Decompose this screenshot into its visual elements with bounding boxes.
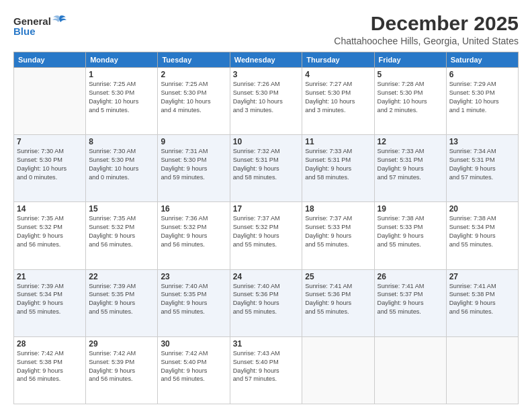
calendar-cell: 19Sunrise: 7:38 AM Sunset: 5:33 PM Dayli… [374, 202, 446, 269]
day-number: 24 [233, 272, 300, 281]
logo-blue-text: Blue [13, 26, 36, 37]
weekday-header-monday: Monday [86, 52, 158, 68]
day-info: Sunrise: 7:37 AM Sunset: 5:33 PM Dayligh… [305, 214, 371, 249]
week-row-1: 1Sunrise: 7:25 AM Sunset: 5:30 PM Daylig… [14, 68, 519, 135]
day-info: Sunrise: 7:37 AM Sunset: 5:32 PM Dayligh… [233, 214, 300, 249]
calendar-cell: 15Sunrise: 7:35 AM Sunset: 5:32 PM Dayli… [86, 202, 158, 269]
calendar-cell: 12Sunrise: 7:33 AM Sunset: 5:31 PM Dayli… [374, 135, 446, 202]
day-info: Sunrise: 7:39 AM Sunset: 5:35 PM Dayligh… [89, 282, 154, 317]
day-info: Sunrise: 7:38 AM Sunset: 5:34 PM Dayligh… [449, 214, 515, 249]
day-info: Sunrise: 7:40 AM Sunset: 5:35 PM Dayligh… [161, 282, 226, 317]
day-info: Sunrise: 7:42 AM Sunset: 5:38 PM Dayligh… [17, 349, 83, 384]
weekday-header-friday: Friday [374, 52, 446, 68]
calendar-cell: 3Sunrise: 7:26 AM Sunset: 5:30 PM Daylig… [230, 68, 302, 135]
day-number: 5 [378, 70, 443, 79]
calendar-cell: 28Sunrise: 7:42 AM Sunset: 5:38 PM Dayli… [14, 336, 86, 404]
day-number: 27 [449, 272, 515, 281]
weekday-header-wednesday: Wednesday [230, 52, 302, 68]
day-info: Sunrise: 7:42 AM Sunset: 5:39 PM Dayligh… [89, 349, 154, 384]
day-info: Sunrise: 7:31 AM Sunset: 5:30 PM Dayligh… [161, 147, 226, 182]
day-info: Sunrise: 7:25 AM Sunset: 5:30 PM Dayligh… [89, 80, 154, 115]
calendar-cell: 6Sunrise: 7:29 AM Sunset: 5:30 PM Daylig… [446, 68, 518, 135]
day-number: 22 [89, 272, 154, 281]
day-number: 19 [378, 204, 443, 214]
weekday-header-saturday: Saturday [446, 52, 518, 68]
day-number: 14 [17, 204, 83, 214]
day-number: 17 [233, 204, 300, 214]
day-info: Sunrise: 7:43 AM Sunset: 5:40 PM Dayligh… [233, 349, 300, 384]
day-number: 8 [89, 137, 154, 146]
calendar-cell: 18Sunrise: 7:37 AM Sunset: 5:33 PM Dayli… [302, 202, 374, 269]
day-number: 12 [378, 137, 443, 146]
calendar-cell: 24Sunrise: 7:40 AM Sunset: 5:36 PM Dayli… [230, 269, 302, 336]
calendar-cell: 26Sunrise: 7:41 AM Sunset: 5:37 PM Dayli… [374, 269, 446, 336]
day-number: 9 [161, 137, 226, 146]
week-row-2: 7Sunrise: 7:30 AM Sunset: 5:30 PM Daylig… [14, 135, 519, 202]
calendar-cell: 17Sunrise: 7:37 AM Sunset: 5:32 PM Dayli… [230, 202, 302, 269]
calendar-cell: 21Sunrise: 7:39 AM Sunset: 5:34 PM Dayli… [14, 269, 86, 336]
day-info: Sunrise: 7:30 AM Sunset: 5:30 PM Dayligh… [17, 147, 83, 182]
calendar-cell: 29Sunrise: 7:42 AM Sunset: 5:39 PM Dayli… [86, 336, 158, 404]
day-info: Sunrise: 7:41 AM Sunset: 5:38 PM Dayligh… [449, 282, 515, 317]
day-number: 13 [449, 137, 515, 146]
calendar-cell: 20Sunrise: 7:38 AM Sunset: 5:34 PM Dayli… [446, 202, 518, 269]
day-info: Sunrise: 7:35 AM Sunset: 5:32 PM Dayligh… [17, 214, 83, 249]
logo: General Blue [13, 15, 67, 37]
calendar-cell: 25Sunrise: 7:41 AM Sunset: 5:36 PM Dayli… [302, 269, 374, 336]
logo-general-text: General [13, 15, 51, 27]
day-info: Sunrise: 7:42 AM Sunset: 5:40 PM Dayligh… [161, 349, 226, 384]
calendar-cell [302, 336, 374, 404]
calendar-cell: 5Sunrise: 7:28 AM Sunset: 5:30 PM Daylig… [374, 68, 446, 135]
day-number: 11 [305, 137, 371, 146]
day-info: Sunrise: 7:38 AM Sunset: 5:33 PM Dayligh… [378, 214, 443, 249]
logo-bird-icon [52, 15, 67, 27]
day-number: 28 [17, 339, 83, 349]
calendar-cell: 30Sunrise: 7:42 AM Sunset: 5:40 PM Dayli… [158, 336, 230, 404]
calendar-cell: 23Sunrise: 7:40 AM Sunset: 5:35 PM Dayli… [158, 269, 230, 336]
page: General Blue December 2025 Chattahoochee… [0, 0, 532, 411]
calendar-cell: 22Sunrise: 7:39 AM Sunset: 5:35 PM Dayli… [86, 269, 158, 336]
day-info: Sunrise: 7:29 AM Sunset: 5:30 PM Dayligh… [449, 80, 515, 115]
weekday-header-sunday: Sunday [14, 52, 86, 68]
location-title: Chattahoochee Hills, Georgia, United Sta… [334, 36, 519, 46]
day-info: Sunrise: 7:39 AM Sunset: 5:34 PM Dayligh… [17, 282, 83, 317]
day-info: Sunrise: 7:40 AM Sunset: 5:36 PM Dayligh… [233, 282, 300, 317]
calendar-cell: 7Sunrise: 7:30 AM Sunset: 5:30 PM Daylig… [14, 135, 86, 202]
calendar-table: SundayMondayTuesdayWednesdayThursdayFrid… [13, 52, 519, 404]
day-info: Sunrise: 7:28 AM Sunset: 5:30 PM Dayligh… [378, 80, 443, 115]
day-number: 26 [378, 272, 443, 281]
day-number: 1 [89, 70, 154, 79]
calendar-cell: 9Sunrise: 7:31 AM Sunset: 5:30 PM Daylig… [158, 135, 230, 202]
calendar-cell: 4Sunrise: 7:27 AM Sunset: 5:30 PM Daylig… [302, 68, 374, 135]
day-info: Sunrise: 7:32 AM Sunset: 5:31 PM Dayligh… [233, 147, 300, 182]
day-number: 23 [161, 272, 226, 281]
day-number: 15 [89, 204, 154, 214]
day-info: Sunrise: 7:30 AM Sunset: 5:30 PM Dayligh… [89, 147, 154, 182]
calendar-cell [446, 336, 518, 404]
weekday-header-row: SundayMondayTuesdayWednesdayThursdayFrid… [14, 52, 519, 68]
day-number: 6 [449, 70, 515, 79]
day-info: Sunrise: 7:26 AM Sunset: 5:30 PM Dayligh… [233, 80, 300, 115]
day-number: 25 [305, 272, 371, 281]
day-number: 30 [161, 339, 226, 349]
calendar-cell: 27Sunrise: 7:41 AM Sunset: 5:38 PM Dayli… [446, 269, 518, 336]
day-info: Sunrise: 7:41 AM Sunset: 5:37 PM Dayligh… [378, 282, 443, 317]
weekday-header-tuesday: Tuesday [158, 52, 230, 68]
day-number: 4 [305, 70, 371, 79]
day-number: 16 [161, 204, 226, 214]
calendar-cell: 8Sunrise: 7:30 AM Sunset: 5:30 PM Daylig… [86, 135, 158, 202]
day-info: Sunrise: 7:33 AM Sunset: 5:31 PM Dayligh… [378, 147, 443, 182]
calendar-cell: 10Sunrise: 7:32 AM Sunset: 5:31 PM Dayli… [230, 135, 302, 202]
day-number: 20 [449, 204, 515, 214]
calendar-cell: 31Sunrise: 7:43 AM Sunset: 5:40 PM Dayli… [230, 336, 302, 404]
day-info: Sunrise: 7:27 AM Sunset: 5:30 PM Dayligh… [305, 80, 371, 115]
day-number: 21 [17, 272, 83, 281]
day-info: Sunrise: 7:33 AM Sunset: 5:31 PM Dayligh… [305, 147, 371, 182]
day-number: 10 [233, 137, 300, 146]
week-row-3: 14Sunrise: 7:35 AM Sunset: 5:32 PM Dayli… [14, 202, 519, 269]
day-info: Sunrise: 7:36 AM Sunset: 5:32 PM Dayligh… [161, 214, 226, 249]
calendar-cell: 11Sunrise: 7:33 AM Sunset: 5:31 PM Dayli… [302, 135, 374, 202]
day-number: 7 [17, 137, 83, 146]
calendar-cell [14, 68, 86, 135]
weekday-header-thursday: Thursday [302, 52, 374, 68]
